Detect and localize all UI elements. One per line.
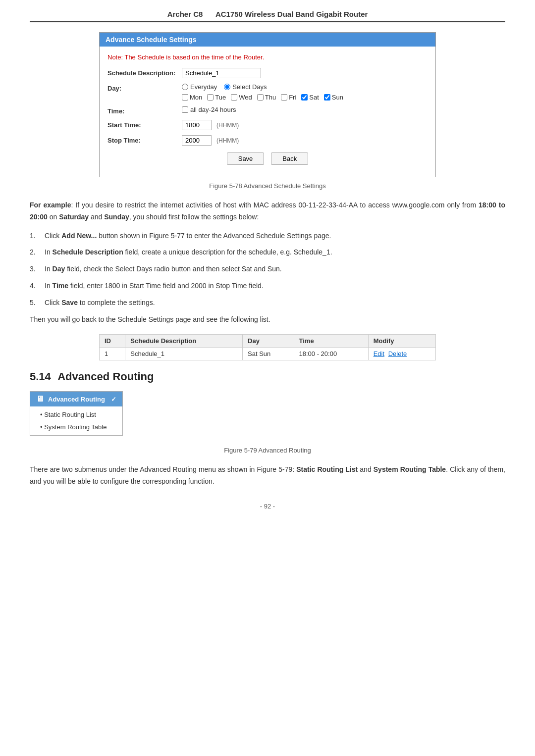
- product-name: AC1750 Wireless Dual Band Gigabit Router: [215, 10, 368, 18]
- schedule-table-wrap: ID Schedule Description Day Time Modify …: [99, 334, 436, 360]
- schedule-desc-bold: Schedule Description: [53, 248, 123, 256]
- schedule-table: ID Schedule Description Day Time Modify …: [99, 334, 436, 360]
- schedule-description-row: Schedule Description:: [107, 68, 428, 78]
- routing-menu-header[interactable]: 🖥 Advanced Routing ✓: [30, 392, 122, 406]
- select-days-label: Select Days: [232, 83, 267, 91]
- step-3: 3. In Day field, check the Select Days r…: [30, 263, 505, 275]
- routing-menu-icon: 🖥: [36, 395, 44, 403]
- wed-label: Wed: [239, 94, 252, 101]
- col-description: Schedule Description: [125, 335, 243, 348]
- step-2: 2. In Schedule Description field, create…: [30, 247, 505, 258]
- all-day-label: all day-24 hours: [190, 106, 236, 113]
- time-label: Time:: [107, 106, 182, 115]
- stop-time-row: Stop Time: (HHMM): [107, 135, 428, 146]
- time-row: Time: all day-24 hours: [107, 106, 428, 115]
- then-paragraph: Then you will go back to the Schedule Se…: [30, 314, 505, 326]
- col-id: ID: [100, 335, 125, 348]
- delete-link[interactable]: Delete: [388, 350, 407, 357]
- col-day: Day: [243, 335, 294, 348]
- sat-checkbox[interactable]: [301, 94, 308, 101]
- sat-checkbox-label[interactable]: Sat: [301, 94, 319, 101]
- page-header: Archer C8 AC1750 Wireless Dual Band Giga…: [30, 10, 505, 22]
- table-row: 1 Schedule_1 Sat Sun 18:00 - 20:00 Edit …: [100, 348, 436, 360]
- tue-checkbox-label[interactable]: Tue: [207, 94, 226, 101]
- thu-checkbox[interactable]: [257, 94, 264, 101]
- thu-checkbox-label[interactable]: Thu: [257, 94, 276, 101]
- static-routing-list-item[interactable]: Static Routing List: [30, 408, 122, 421]
- select-days-radio[interactable]: [224, 84, 230, 90]
- row-day: Sat Sun: [243, 348, 294, 360]
- sun-checkbox-label[interactable]: Sun: [324, 94, 343, 101]
- day-row: Day: Everyday Select Days: [107, 83, 428, 101]
- row-description: Schedule_1: [125, 348, 243, 360]
- col-modify: Modify: [368, 335, 435, 348]
- select-days-radio-label[interactable]: Select Days: [224, 83, 267, 91]
- figure-caption-1: Figure 5-78 Advanced Schedule Settings: [30, 182, 505, 190]
- day-label: Day:: [107, 83, 182, 92]
- fri-checkbox-label[interactable]: Fri: [281, 94, 296, 101]
- schedule-description-input[interactable]: [182, 68, 261, 78]
- schedule-description-label: Schedule Description:: [107, 68, 182, 77]
- page-number: - 92 -: [30, 503, 505, 510]
- col-time: Time: [294, 335, 368, 348]
- routing-paragraph: There are two submenus under the Advance…: [30, 464, 505, 488]
- sun-checkbox[interactable]: [324, 94, 330, 101]
- system-routing-bold: System Routing Table: [374, 465, 446, 473]
- mon-checkbox[interactable]: [182, 94, 188, 101]
- figure-caption-2: Figure 5-79 Advanced Routing: [30, 447, 505, 454]
- saturday-bold: Saturday: [59, 213, 89, 221]
- days-checkbox-group: Mon Tue Wed Thu: [182, 94, 428, 101]
- for-example-bold: For example: [30, 201, 71, 209]
- stop-time-label: Stop Time:: [107, 135, 182, 144]
- table-header-row: ID Schedule Description Day Time Modify: [100, 335, 436, 348]
- mon-label: Mon: [190, 94, 202, 101]
- everyday-radio[interactable]: [182, 84, 188, 90]
- tue-label: Tue: [215, 94, 226, 101]
- day-radio-group: Everyday Select Days: [182, 83, 428, 91]
- mon-checkbox-label[interactable]: Mon: [182, 94, 202, 101]
- step-5: 5. Click Save to complete the settings.: [30, 297, 505, 309]
- chevron-down-icon: ✓: [111, 396, 116, 403]
- stop-time-hint: (HHMM): [216, 137, 239, 144]
- all-day-checkbox[interactable]: [182, 106, 188, 113]
- example-paragraph: For example: If you desire to restrict t…: [30, 200, 505, 223]
- back-button[interactable]: Back: [271, 152, 308, 165]
- wed-checkbox[interactable]: [231, 94, 237, 101]
- sun-label: Sun: [332, 94, 343, 101]
- fri-label: Fri: [289, 94, 296, 101]
- settings-box-title: Advance Schedule Settings: [100, 33, 435, 47]
- row-id: 1: [100, 348, 125, 360]
- edit-link[interactable]: Edit: [374, 350, 384, 357]
- row-modify: Edit Delete: [368, 348, 435, 360]
- time-bold-2: Time: [53, 282, 68, 290]
- section-514-heading: 5.14 Advanced Routing: [30, 370, 505, 383]
- stop-time-input[interactable]: [182, 135, 212, 146]
- start-time-row: Start Time: (HHMM): [107, 120, 428, 130]
- time-bold-1: 18:00 to 20:00: [30, 201, 505, 221]
- schedule-settings-box: Advance Schedule Settings Note: The Sche…: [99, 32, 436, 177]
- row-time: 18:00 - 20:00: [294, 348, 368, 360]
- fri-checkbox[interactable]: [281, 94, 287, 101]
- save-bold: Save: [61, 299, 78, 306]
- step-1: 1. Click Add New... button shown in Figu…: [30, 230, 505, 242]
- tue-checkbox[interactable]: [207, 94, 214, 101]
- add-new-bold: Add New...: [61, 232, 97, 240]
- save-button[interactable]: Save: [227, 152, 265, 165]
- routing-menu-box: 🖥 Advanced Routing ✓ Static Routing List…: [30, 391, 123, 436]
- model-name: Archer C8: [167, 10, 203, 18]
- wed-checkbox-label[interactable]: Wed: [231, 94, 252, 101]
- routing-menu-body: Static Routing List System Routing Table: [30, 406, 122, 435]
- routing-menu-title: Advanced Routing: [48, 396, 105, 403]
- everyday-radio-label[interactable]: Everyday: [182, 83, 217, 91]
- everyday-label: Everyday: [190, 83, 217, 91]
- static-routing-bold: Static Routing List: [296, 465, 358, 473]
- system-routing-table-item[interactable]: System Routing Table: [30, 421, 122, 433]
- sunday-bold: Sunday: [104, 213, 129, 221]
- step-4: 4. In Time field, enter 1800 in Start Ti…: [30, 280, 505, 292]
- start-time-hint: (HHMM): [216, 122, 239, 129]
- schedule-note: Note: The Schedule is based on the time …: [107, 53, 428, 61]
- all-day-checkbox-label[interactable]: all day-24 hours: [182, 106, 428, 113]
- start-time-input[interactable]: [182, 120, 212, 130]
- start-time-label: Start Time:: [107, 120, 182, 129]
- section-title: Advanced Routing: [57, 370, 154, 383]
